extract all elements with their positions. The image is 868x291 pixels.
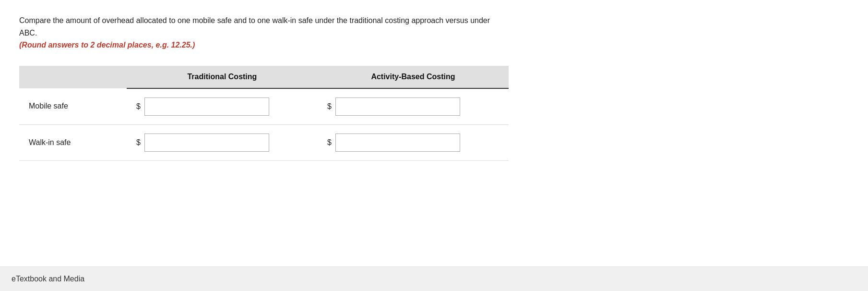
walkin-safe-abc-dollar: $ xyxy=(327,138,332,147)
mobile-safe-traditional-dollar: $ xyxy=(136,102,141,111)
costing-table: Traditional Costing Activity-Based Costi… xyxy=(19,66,509,161)
mobile-safe-traditional-input[interactable] xyxy=(144,97,269,116)
page-container: Compare the amount of overhead allocated… xyxy=(0,0,528,161)
walkin-safe-abc-cell: $ xyxy=(318,124,509,160)
walkin-safe-abc-input-group: $ xyxy=(327,133,499,152)
mobile-safe-abc-cell: $ xyxy=(318,88,509,125)
mobile-safe-abc-input[interactable] xyxy=(335,97,460,116)
mobile-safe-traditional-input-group: $ xyxy=(136,97,308,116)
intro-text-italic: (Round answers to 2 decimal places, e.g.… xyxy=(19,41,195,49)
mobile-safe-abc-input-group: $ xyxy=(327,97,499,116)
table-row: Mobile safe $ $ xyxy=(19,88,509,125)
walkin-safe-traditional-dollar: $ xyxy=(136,138,141,147)
walkin-safe-traditional-cell: $ xyxy=(127,124,318,160)
walkin-safe-traditional-input-group: $ xyxy=(136,133,308,152)
mobile-safe-traditional-cell: $ xyxy=(127,88,318,125)
table-header-row: Traditional Costing Activity-Based Costi… xyxy=(19,66,509,88)
mobile-safe-abc-dollar: $ xyxy=(327,102,332,111)
walkin-safe-traditional-input[interactable] xyxy=(144,133,269,152)
walkin-safe-label: Walk-in safe xyxy=(19,124,127,160)
header-abc-costing: Activity-Based Costing xyxy=(318,66,509,88)
header-empty-col xyxy=(19,66,127,88)
intro-text-normal: Compare the amount of overhead allocated… xyxy=(19,16,490,37)
table-row: Walk-in safe $ $ xyxy=(19,124,509,160)
mobile-safe-label: Mobile safe xyxy=(19,88,127,125)
walkin-safe-abc-input[interactable] xyxy=(335,133,460,152)
footer-bar: eTextbook and Media xyxy=(0,267,868,291)
footer-label: eTextbook and Media xyxy=(12,275,84,283)
intro-paragraph: Compare the amount of overhead allocated… xyxy=(19,14,509,51)
header-traditional-costing: Traditional Costing xyxy=(127,66,318,88)
